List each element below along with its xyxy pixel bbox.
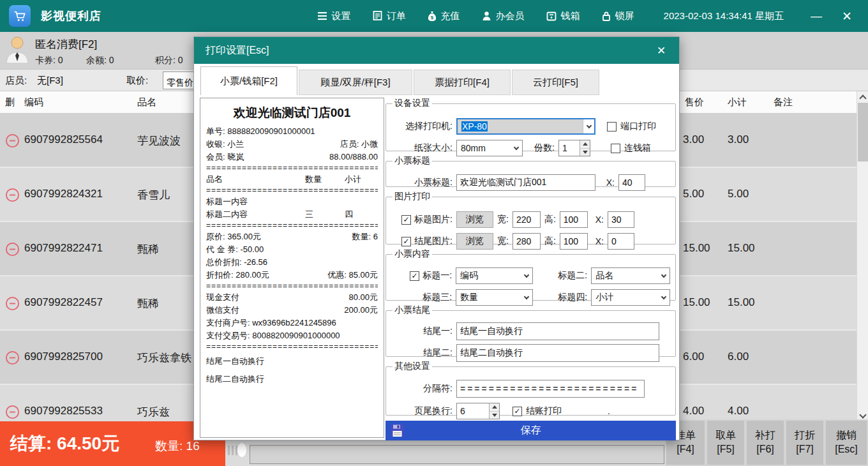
printer-select[interactable]: XP-80 (456, 118, 595, 135)
item-subtotal: 5.00 (728, 188, 749, 200)
other-settings-group: 其他设置 分隔符: 页尾换行: 6 ✓ 结账打印 . (385, 361, 676, 416)
checkout-bar[interactable]: 结算: 64.50元 数量: 16 (0, 421, 225, 466)
cash-drawer-checkbox[interactable] (611, 144, 620, 153)
lock-icon (602, 11, 611, 21)
receipt-title-input[interactable] (456, 174, 595, 191)
save-floppy-icon (390, 423, 405, 440)
print-settings-form: 设备设置 选择打印机: XP-80 端口打印 纸张大小: 80mm (385, 98, 676, 441)
header3-select[interactable]: 数量 (456, 289, 533, 306)
page-wrap-value: 6 (457, 403, 489, 419)
header-x-input[interactable] (608, 211, 634, 228)
header-name: 品名 (137, 96, 156, 109)
app-title: 影视便利店 (41, 8, 101, 24)
barcode-scan-input[interactable] (250, 445, 664, 464)
header1-checkbox[interactable]: ✓ (410, 271, 419, 281)
menu-orders[interactable]: 订单 (373, 10, 406, 22)
delete-item-icon[interactable] (5, 133, 20, 148)
table-scrollbar[interactable] (857, 91, 868, 421)
pos-app-window: 影视便利店 设置 订单 $ 充值 办会员 钱箱 (0, 0, 868, 466)
menu-settings[interactable]: 设置 (317, 10, 351, 22)
menu-lockscreen[interactable]: 锁屏 (602, 10, 634, 22)
header2-dropdown-icon[interactable] (658, 268, 670, 283)
delete-item-icon[interactable] (5, 188, 20, 202)
header-image-checkbox[interactable]: ✓ (401, 215, 411, 225)
footer-image-checkbox[interactable]: ✓ (401, 237, 411, 246)
footer-width-input[interactable] (513, 233, 541, 250)
menu-cashbox[interactable]: 钱箱 (546, 10, 580, 22)
delete-item-icon[interactable] (5, 405, 20, 419)
wrap-up-icon[interactable] (490, 403, 499, 412)
footer-image-browse-button[interactable]: 浏览 (456, 233, 493, 250)
scrollbar-thumb[interactable] (858, 103, 868, 162)
anonymous-customer-button[interactable]: 匿名消费[F2] (35, 37, 97, 52)
cancel-order-button[interactable]: 撤销[Esc] (826, 421, 867, 465)
title-x-input[interactable] (618, 174, 645, 191)
checkout-print-checkbox[interactable]: ✓ (513, 407, 522, 416)
delete-item-icon[interactable] (5, 242, 20, 257)
footer-x-input[interactable] (608, 233, 634, 250)
copies-up-icon[interactable] (580, 140, 590, 149)
header-width-input[interactable] (513, 211, 541, 228)
discount-button[interactable]: 打折[F7] (786, 421, 823, 465)
delete-item-icon[interactable] (5, 296, 20, 311)
separator-input[interactable] (456, 380, 645, 398)
footer1-input[interactable] (456, 322, 659, 340)
wrap-down-icon[interactable] (490, 412, 499, 419)
reprint-button[interactable]: 补打[F6] (747, 421, 784, 465)
header4-dropdown-icon[interactable] (658, 290, 670, 305)
header1-select[interactable]: 编码 (456, 267, 533, 284)
header1-dropdown-icon[interactable] (521, 268, 532, 283)
item-name: 巧乐兹 (137, 405, 170, 419)
header-height-input[interactable] (560, 211, 588, 228)
footer-height-input[interactable] (560, 233, 588, 250)
footer2-input[interactable] (456, 344, 659, 362)
port-print-checkbox[interactable] (607, 122, 617, 132)
page-wrap-stepper[interactable]: 6 (456, 403, 500, 419)
save-button[interactable]: 保存 (385, 421, 676, 440)
footer1-label: 结尾一: (391, 326, 453, 337)
paper-size-value: 80mm (461, 143, 511, 153)
tab-cloud-print[interactable]: 云打印[F5] (512, 70, 599, 95)
printer-value: XP-80 (461, 121, 488, 132)
dialog-tabs: 小票/钱箱[F2] 顾显/双屏/秤[F3] 票据打印[F4] 云打印[F5] (200, 66, 673, 95)
close-button[interactable]: ✕ (837, 9, 857, 24)
paper-size-label: 纸张大小: (391, 142, 453, 154)
title-bar: 影视便利店 设置 订单 $ 充值 办会员 钱箱 (0, 0, 868, 32)
paper-dropdown-icon[interactable] (511, 140, 522, 156)
clerk-select-button[interactable]: 无[F3] (37, 75, 63, 87)
receipt-orig-price-line: 原价: 365.00元数量: 6 (206, 230, 378, 243)
receipt-separator: ================================== (206, 163, 378, 173)
paper-size-select[interactable]: 80mm (456, 140, 523, 156)
copies-stepper[interactable]: 1 (558, 140, 590, 156)
delete-item-icon[interactable] (5, 350, 20, 365)
menu-membership[interactable]: 办会员 (482, 10, 525, 22)
dialog-close-icon[interactable]: ✕ (654, 44, 669, 57)
header3-dropdown-icon[interactable] (521, 290, 532, 305)
header2-select[interactable]: 品名 (591, 267, 670, 284)
title-x-label: X: (599, 177, 615, 188)
image-print-legend: 图片打印 (393, 191, 432, 202)
header4-select[interactable]: 小计 (591, 289, 670, 306)
member-person-icon (482, 11, 491, 21)
scroll-up-icon[interactable] (857, 91, 868, 102)
header-note: 备注 (774, 96, 793, 109)
minimize-button[interactable]: — (807, 10, 826, 23)
header-subtotal: 小计 (728, 96, 747, 109)
receipt-content-legend: 小票内容 (393, 248, 432, 260)
header1-value: 编码 (460, 270, 521, 282)
item-subtotal: 3.00 (728, 133, 749, 146)
header2-label: 标题二: (547, 270, 587, 282)
header-x-label: X: (595, 214, 604, 225)
printer-dropdown-icon[interactable] (583, 119, 594, 133)
tab-customer-display[interactable]: 顾显/双屏/秤[F3] (299, 70, 412, 95)
tab-invoice-print[interactable]: 票据打印[F4] (414, 70, 511, 95)
header-image-label: ✓标题图片: (391, 214, 453, 225)
retrieve-order-button[interactable]: 取单[F5] (707, 421, 744, 465)
footer-width-label: 宽: (497, 236, 509, 247)
header-image-browse-button[interactable]: 浏览 (456, 211, 493, 228)
settings-menu-icon (317, 11, 327, 20)
receipt-title-group: 小票标题 小票标题: X: (385, 155, 676, 187)
header-code: 编码 (24, 96, 43, 109)
menu-recharge[interactable]: $ 充值 (428, 10, 460, 22)
tab-receipt-cashbox[interactable]: 小票/钱箱[F2] (200, 66, 297, 95)
